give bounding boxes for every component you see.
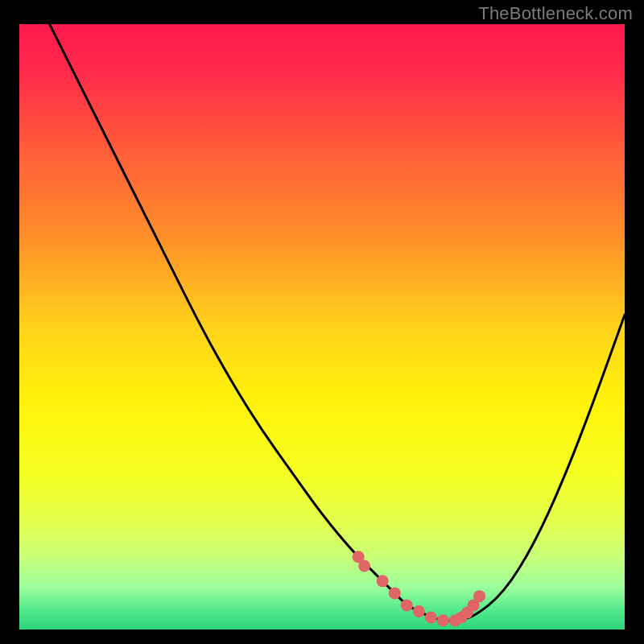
gradient-background (19, 24, 625, 630)
highlight-marker (377, 575, 389, 587)
highlight-marker (413, 605, 425, 617)
watermark-text: TheBottleneck.com (478, 3, 633, 24)
highlight-marker (401, 599, 413, 611)
chart-container (19, 24, 625, 630)
page-frame: TheBottleneck.com (0, 0, 644, 644)
highlight-marker (358, 560, 370, 572)
highlight-marker (389, 587, 401, 599)
highlight-marker (425, 611, 437, 623)
bottleneck-chart (19, 24, 625, 630)
highlight-marker (473, 590, 485, 602)
highlight-marker (437, 614, 449, 626)
